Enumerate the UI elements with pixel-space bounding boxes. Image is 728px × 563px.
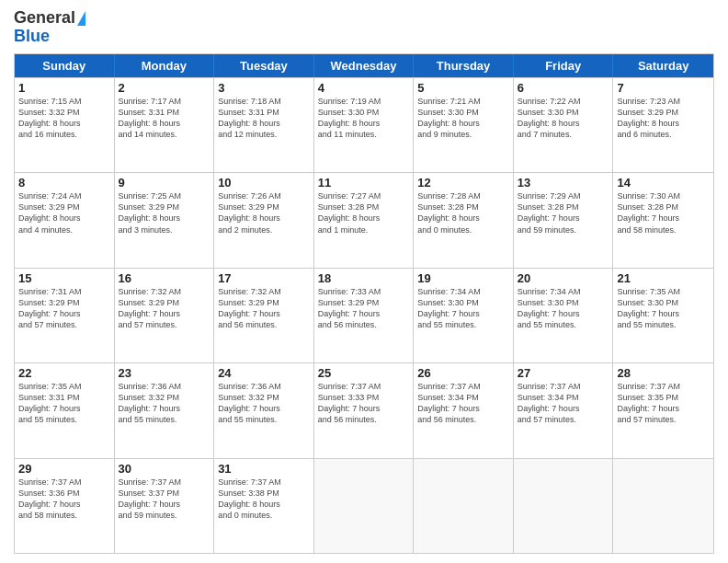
day-number: 15 — [18, 271, 110, 285]
sun-info: Sunrise: 7:17 AMSunset: 3:31 PMDaylight:… — [119, 96, 210, 141]
sun-info: Sunrise: 7:37 AMSunset: 3:36 PMDaylight:… — [18, 477, 110, 522]
calendar-row: 8Sunrise: 7:24 AMSunset: 3:29 PMDaylight… — [15, 172, 713, 267]
day-number: 9 — [119, 176, 210, 190]
calendar-cell — [514, 459, 614, 553]
sun-info: Sunrise: 7:36 AMSunset: 3:32 PMDaylight:… — [218, 381, 310, 426]
calendar: SundayMondayTuesdayWednesdayThursdayFrid… — [14, 53, 714, 554]
calendar-header-day: Monday — [115, 54, 215, 77]
day-number: 27 — [518, 366, 609, 380]
calendar-header-day: Wednesday — [314, 54, 415, 77]
calendar-row: 29Sunrise: 7:37 AMSunset: 3:36 PMDayligh… — [15, 458, 713, 553]
day-number: 22 — [18, 366, 110, 380]
calendar-cell: 10Sunrise: 7:26 AMSunset: 3:29 PMDayligh… — [214, 173, 314, 267]
sun-info: Sunrise: 7:31 AMSunset: 3:29 PMDaylight:… — [18, 286, 110, 331]
sun-info: Sunrise: 7:33 AMSunset: 3:29 PMDaylight:… — [318, 286, 410, 331]
sun-info: Sunrise: 7:35 AMSunset: 3:31 PMDaylight:… — [18, 381, 110, 426]
day-number: 10 — [218, 176, 310, 190]
day-number: 18 — [318, 271, 410, 285]
calendar-cell: 12Sunrise: 7:28 AMSunset: 3:28 PMDayligh… — [414, 173, 514, 267]
calendar-cell: 26Sunrise: 7:37 AMSunset: 3:34 PMDayligh… — [414, 363, 514, 457]
day-number: 14 — [617, 176, 710, 190]
logo-text: General — [14, 9, 85, 28]
day-number: 3 — [218, 81, 310, 95]
calendar-cell: 2Sunrise: 7:17 AMSunset: 3:31 PMDaylight… — [115, 78, 215, 172]
logo-line2: Blue — [14, 28, 50, 46]
calendar-header-day: Friday — [514, 54, 614, 77]
calendar-cell: 27Sunrise: 7:37 AMSunset: 3:34 PMDayligh… — [514, 363, 614, 457]
calendar-cell: 19Sunrise: 7:34 AMSunset: 3:30 PMDayligh… — [414, 269, 514, 362]
calendar-cell: 3Sunrise: 7:18 AMSunset: 3:31 PMDaylight… — [214, 78, 314, 172]
sun-info: Sunrise: 7:27 AMSunset: 3:28 PMDaylight:… — [318, 190, 410, 236]
day-number: 5 — [417, 81, 509, 95]
day-number: 31 — [218, 462, 310, 476]
calendar-cell: 21Sunrise: 7:35 AMSunset: 3:30 PMDayligh… — [613, 269, 713, 362]
calendar-row: 22Sunrise: 7:35 AMSunset: 3:31 PMDayligh… — [15, 362, 713, 457]
calendar-header-day: Thursday — [414, 54, 514, 77]
sun-info: Sunrise: 7:30 AMSunset: 3:28 PMDaylight:… — [617, 190, 710, 236]
calendar-cell: 31Sunrise: 7:37 AMSunset: 3:38 PMDayligh… — [214, 459, 314, 553]
calendar-cell: 16Sunrise: 7:32 AMSunset: 3:29 PMDayligh… — [115, 269, 215, 362]
logo: General Blue — [14, 9, 85, 46]
sun-info: Sunrise: 7:32 AMSunset: 3:29 PMDaylight:… — [119, 286, 210, 331]
sun-info: Sunrise: 7:29 AMSunset: 3:28 PMDaylight:… — [518, 190, 609, 236]
sun-info: Sunrise: 7:37 AMSunset: 3:34 PMDaylight:… — [518, 381, 609, 426]
calendar-cell: 29Sunrise: 7:37 AMSunset: 3:36 PMDayligh… — [15, 459, 115, 553]
sun-info: Sunrise: 7:19 AMSunset: 3:30 PMDaylight:… — [318, 96, 410, 141]
calendar-cell: 20Sunrise: 7:34 AMSunset: 3:30 PMDayligh… — [514, 269, 614, 362]
calendar-cell: 18Sunrise: 7:33 AMSunset: 3:29 PMDayligh… — [314, 269, 415, 362]
day-number: 20 — [518, 271, 609, 285]
sun-info: Sunrise: 7:28 AMSunset: 3:28 PMDaylight:… — [417, 190, 509, 236]
day-number: 30 — [119, 462, 210, 476]
day-number: 4 — [318, 81, 410, 95]
calendar-cell: 7Sunrise: 7:23 AMSunset: 3:29 PMDaylight… — [613, 78, 713, 172]
sun-info: Sunrise: 7:21 AMSunset: 3:30 PMDaylight:… — [417, 96, 509, 141]
day-number: 24 — [218, 366, 310, 380]
sun-info: Sunrise: 7:32 AMSunset: 3:29 PMDaylight:… — [218, 286, 310, 331]
calendar-cell — [414, 459, 514, 553]
day-number: 12 — [417, 176, 509, 190]
calendar-cell: 4Sunrise: 7:19 AMSunset: 3:30 PMDaylight… — [314, 78, 415, 172]
sun-info: Sunrise: 7:37 AMSunset: 3:35 PMDaylight:… — [617, 381, 710, 426]
calendar-row: 15Sunrise: 7:31 AMSunset: 3:29 PMDayligh… — [15, 268, 713, 362]
sun-info: Sunrise: 7:35 AMSunset: 3:30 PMDaylight:… — [617, 286, 710, 331]
calendar-header-day: Sunday — [15, 54, 115, 77]
sun-info: Sunrise: 7:37 AMSunset: 3:38 PMDaylight:… — [218, 477, 310, 522]
calendar-cell — [314, 459, 415, 553]
calendar-row: 1Sunrise: 7:15 AMSunset: 3:32 PMDaylight… — [15, 77, 713, 172]
calendar-cell: 13Sunrise: 7:29 AMSunset: 3:28 PMDayligh… — [514, 173, 614, 267]
calendar-body: 1Sunrise: 7:15 AMSunset: 3:32 PMDaylight… — [15, 77, 713, 553]
day-number: 11 — [318, 176, 410, 190]
calendar-cell: 28Sunrise: 7:37 AMSunset: 3:35 PMDayligh… — [613, 363, 713, 457]
day-number: 23 — [119, 366, 210, 380]
page: General Blue SundayMondayTuesdayWednesda… — [0, 0, 728, 563]
calendar-cell: 23Sunrise: 7:36 AMSunset: 3:32 PMDayligh… — [115, 363, 215, 457]
calendar-cell: 14Sunrise: 7:30 AMSunset: 3:28 PMDayligh… — [613, 173, 713, 267]
calendar-cell: 1Sunrise: 7:15 AMSunset: 3:32 PMDaylight… — [15, 78, 115, 172]
calendar-header-day: Saturday — [613, 54, 713, 77]
sun-info: Sunrise: 7:23 AMSunset: 3:29 PMDaylight:… — [617, 96, 710, 141]
day-number: 26 — [417, 366, 509, 380]
calendar-cell — [613, 459, 713, 553]
calendar-cell: 25Sunrise: 7:37 AMSunset: 3:33 PMDayligh… — [314, 363, 415, 457]
calendar-cell: 30Sunrise: 7:37 AMSunset: 3:37 PMDayligh… — [115, 459, 215, 553]
day-number: 8 — [18, 176, 110, 190]
sun-info: Sunrise: 7:34 AMSunset: 3:30 PMDaylight:… — [518, 286, 609, 331]
sun-info: Sunrise: 7:22 AMSunset: 3:30 PMDaylight:… — [518, 96, 609, 141]
calendar-cell: 9Sunrise: 7:25 AMSunset: 3:29 PMDaylight… — [115, 173, 215, 267]
day-number: 16 — [119, 271, 210, 285]
sun-info: Sunrise: 7:37 AMSunset: 3:33 PMDaylight:… — [318, 381, 410, 426]
day-number: 2 — [119, 81, 210, 95]
sun-info: Sunrise: 7:24 AMSunset: 3:29 PMDaylight:… — [18, 190, 110, 236]
day-number: 21 — [617, 271, 710, 285]
sun-info: Sunrise: 7:37 AMSunset: 3:37 PMDaylight:… — [119, 477, 210, 522]
calendar-cell: 6Sunrise: 7:22 AMSunset: 3:30 PMDaylight… — [514, 78, 614, 172]
day-number: 29 — [18, 462, 110, 476]
day-number: 1 — [18, 81, 110, 95]
day-number: 17 — [218, 271, 310, 285]
sun-info: Sunrise: 7:26 AMSunset: 3:29 PMDaylight:… — [218, 190, 310, 236]
day-number: 28 — [617, 366, 710, 380]
day-number: 6 — [518, 81, 609, 95]
calendar-header: SundayMondayTuesdayWednesdayThursdayFrid… — [15, 54, 713, 77]
calendar-cell: 15Sunrise: 7:31 AMSunset: 3:29 PMDayligh… — [15, 269, 115, 362]
day-number: 13 — [518, 176, 609, 190]
